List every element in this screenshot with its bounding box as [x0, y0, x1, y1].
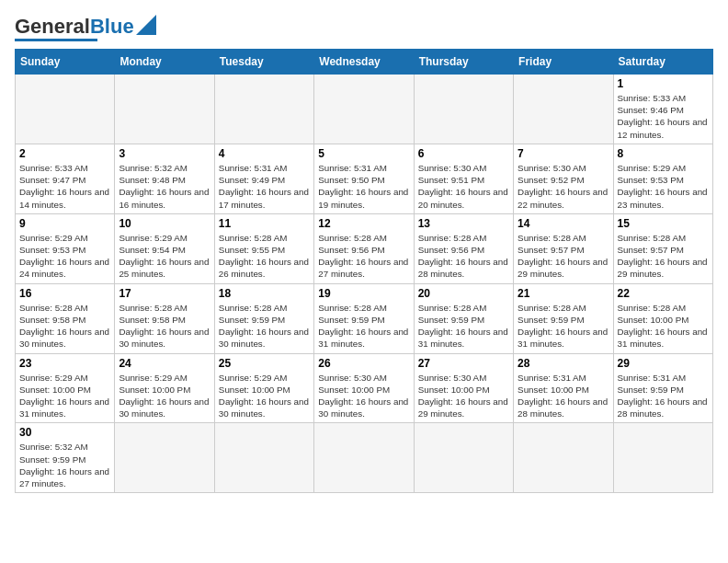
calendar-cell: 30Sunrise: 5:32 AM Sunset: 9:59 PM Dayli… — [16, 423, 115, 493]
day-number: 24 — [119, 357, 210, 370]
calendar-cell: 24Sunrise: 5:29 AM Sunset: 10:00 PM Dayl… — [115, 353, 214, 423]
day-info: Sunrise: 5:30 AM Sunset: 9:52 PM Dayligh… — [518, 162, 609, 211]
day-number: 22 — [618, 287, 709, 300]
header: GeneralBlue — [15, 15, 713, 41]
day-info: Sunrise: 5:29 AM Sunset: 9:54 PM Dayligh… — [119, 232, 210, 281]
day-number: 26 — [318, 357, 409, 370]
calendar-cell — [514, 75, 613, 144]
column-header-wednesday: Wednesday — [314, 50, 414, 75]
calendar-cell: 10Sunrise: 5:29 AM Sunset: 9:54 PM Dayli… — [115, 213, 214, 283]
day-info: Sunrise: 5:28 AM Sunset: 9:59 PM Dayligh… — [318, 302, 409, 350]
calendar-cell: 27Sunrise: 5:30 AM Sunset: 10:00 PM Dayl… — [414, 353, 513, 423]
day-number: 13 — [418, 217, 509, 230]
svg-marker-0 — [136, 15, 156, 35]
day-info: Sunrise: 5:29 AM Sunset: 10:00 PM Daylig… — [219, 372, 310, 420]
day-info: Sunrise: 5:33 AM Sunset: 9:47 PM Dayligh… — [19, 162, 110, 211]
day-number: 7 — [518, 147, 609, 160]
calendar-cell: 5Sunrise: 5:31 AM Sunset: 9:50 PM Daylig… — [314, 144, 414, 213]
day-number: 11 — [219, 217, 310, 230]
calendar-cell: 26Sunrise: 5:30 AM Sunset: 10:00 PM Dayl… — [314, 353, 414, 423]
calendar-cell: 25Sunrise: 5:29 AM Sunset: 10:00 PM Dayl… — [214, 353, 313, 423]
column-header-thursday: Thursday — [414, 50, 513, 75]
day-info: Sunrise: 5:30 AM Sunset: 9:51 PM Dayligh… — [418, 162, 509, 211]
calendar-cell: 6Sunrise: 5:30 AM Sunset: 9:51 PM Daylig… — [414, 144, 513, 213]
day-info: Sunrise: 5:33 AM Sunset: 9:46 PM Dayligh… — [618, 92, 709, 141]
day-info: Sunrise: 5:29 AM Sunset: 9:53 PM Dayligh… — [19, 232, 110, 281]
day-info: Sunrise: 5:28 AM Sunset: 9:57 PM Dayligh… — [618, 232, 709, 281]
calendar-cell: 15Sunrise: 5:28 AM Sunset: 9:57 PM Dayli… — [613, 213, 712, 283]
day-number: 15 — [618, 217, 709, 230]
day-info: Sunrise: 5:32 AM Sunset: 9:48 PM Dayligh… — [119, 162, 210, 211]
column-header-tuesday: Tuesday — [214, 50, 313, 75]
calendar-cell: 9Sunrise: 5:29 AM Sunset: 9:53 PM Daylig… — [16, 213, 115, 283]
day-info: Sunrise: 5:31 AM Sunset: 10:00 PM Daylig… — [518, 372, 609, 420]
day-number: 27 — [418, 357, 509, 370]
calendar-cell — [414, 75, 513, 144]
calendar-cell: 17Sunrise: 5:28 AM Sunset: 9:58 PM Dayli… — [115, 283, 214, 353]
calendar-cell: 13Sunrise: 5:28 AM Sunset: 9:56 PM Dayli… — [414, 213, 513, 283]
calendar-cell — [214, 75, 313, 144]
day-info: Sunrise: 5:28 AM Sunset: 9:56 PM Dayligh… — [418, 232, 509, 281]
column-header-monday: Monday — [115, 50, 214, 75]
logo: GeneralBlue — [15, 15, 156, 41]
day-number: 14 — [518, 217, 609, 230]
day-number: 8 — [618, 147, 709, 160]
calendar-cell: 7Sunrise: 5:30 AM Sunset: 9:52 PM Daylig… — [514, 144, 613, 213]
day-info: Sunrise: 5:30 AM Sunset: 10:00 PM Daylig… — [318, 372, 409, 420]
day-info: Sunrise: 5:28 AM Sunset: 9:56 PM Dayligh… — [318, 232, 409, 281]
day-number: 21 — [518, 287, 609, 300]
day-info: Sunrise: 5:28 AM Sunset: 9:59 PM Dayligh… — [418, 302, 509, 350]
day-info: Sunrise: 5:28 AM Sunset: 9:55 PM Dayligh… — [219, 232, 310, 281]
day-info: Sunrise: 5:28 AM Sunset: 9:57 PM Dayligh… — [518, 232, 609, 281]
day-number: 28 — [518, 357, 609, 370]
calendar-cell: 16Sunrise: 5:28 AM Sunset: 9:58 PM Dayli… — [16, 283, 115, 353]
calendar-cell: 28Sunrise: 5:31 AM Sunset: 10:00 PM Dayl… — [514, 353, 613, 423]
day-number: 20 — [418, 287, 509, 300]
day-number: 10 — [119, 217, 210, 230]
day-info: Sunrise: 5:31 AM Sunset: 9:50 PM Dayligh… — [318, 162, 409, 211]
day-number: 18 — [219, 287, 310, 300]
calendar-cell: 2Sunrise: 5:33 AM Sunset: 9:47 PM Daylig… — [16, 144, 115, 213]
day-info: Sunrise: 5:29 AM Sunset: 9:53 PM Dayligh… — [618, 162, 709, 211]
calendar-cell: 12Sunrise: 5:28 AM Sunset: 9:56 PM Dayli… — [314, 213, 414, 283]
calendar-cell: 20Sunrise: 5:28 AM Sunset: 9:59 PM Dayli… — [414, 283, 513, 353]
day-info: Sunrise: 5:28 AM Sunset: 9:58 PM Dayligh… — [19, 302, 110, 350]
column-header-saturday: Saturday — [613, 50, 712, 75]
calendar-cell — [514, 423, 613, 493]
day-number: 16 — [19, 287, 110, 300]
day-info: Sunrise: 5:32 AM Sunset: 9:59 PM Dayligh… — [19, 441, 110, 489]
calendar-cell — [16, 75, 115, 144]
day-number: 6 — [418, 147, 509, 160]
logo-icon — [136, 15, 156, 35]
day-info: Sunrise: 5:29 AM Sunset: 10:00 PM Daylig… — [19, 372, 110, 420]
day-info: Sunrise: 5:31 AM Sunset: 9:49 PM Dayligh… — [219, 162, 310, 211]
calendar-cell: 29Sunrise: 5:31 AM Sunset: 9:59 PM Dayli… — [613, 353, 712, 423]
day-info: Sunrise: 5:28 AM Sunset: 9:59 PM Dayligh… — [518, 302, 609, 350]
calendar-cell: 22Sunrise: 5:28 AM Sunset: 10:00 PM Dayl… — [613, 283, 712, 353]
day-number: 19 — [318, 287, 409, 300]
day-info: Sunrise: 5:28 AM Sunset: 9:59 PM Dayligh… — [219, 302, 310, 350]
calendar-table: SundayMondayTuesdayWednesdayThursdayFrid… — [15, 49, 713, 493]
calendar-cell — [613, 423, 712, 493]
day-number: 25 — [219, 357, 310, 370]
logo-text: GeneralBlue — [15, 17, 134, 37]
calendar-cell: 23Sunrise: 5:29 AM Sunset: 10:00 PM Dayl… — [16, 353, 115, 423]
day-info: Sunrise: 5:28 AM Sunset: 9:58 PM Dayligh… — [119, 302, 210, 350]
calendar-cell: 18Sunrise: 5:28 AM Sunset: 9:59 PM Dayli… — [214, 283, 313, 353]
calendar-cell — [414, 423, 513, 493]
day-number: 1 — [618, 77, 709, 90]
day-number: 2 — [19, 147, 110, 160]
day-number: 12 — [318, 217, 409, 230]
calendar-cell: 4Sunrise: 5:31 AM Sunset: 9:49 PM Daylig… — [214, 144, 313, 213]
calendar-cell — [314, 423, 414, 493]
calendar-cell: 14Sunrise: 5:28 AM Sunset: 9:57 PM Dayli… — [514, 213, 613, 283]
day-info: Sunrise: 5:30 AM Sunset: 10:00 PM Daylig… — [418, 372, 509, 420]
day-info: Sunrise: 5:31 AM Sunset: 9:59 PM Dayligh… — [618, 372, 709, 420]
day-number: 23 — [19, 357, 110, 370]
day-info: Sunrise: 5:29 AM Sunset: 10:00 PM Daylig… — [119, 372, 210, 420]
calendar-cell: 3Sunrise: 5:32 AM Sunset: 9:48 PM Daylig… — [115, 144, 214, 213]
day-number: 30 — [19, 426, 110, 439]
column-header-friday: Friday — [514, 50, 613, 75]
calendar-cell — [214, 423, 313, 493]
day-number: 9 — [19, 217, 110, 230]
